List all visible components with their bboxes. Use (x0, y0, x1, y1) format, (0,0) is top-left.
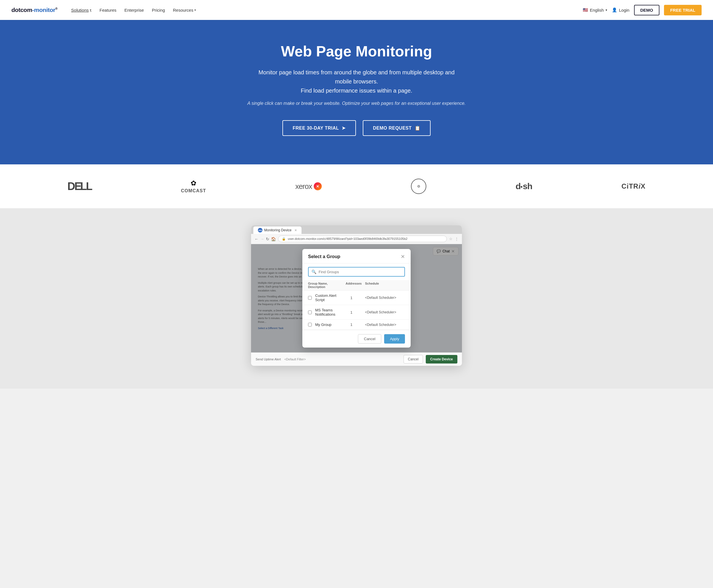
search-box[interactable]: 🔍 (308, 267, 405, 277)
group-search-input[interactable] (319, 270, 401, 274)
browser-frame: dm Monitoring Device ✕ ← → ↻ 🏠 🔒 user.do… (251, 225, 462, 366)
send-uptime-label: Send Uptime Alert (256, 358, 281, 361)
browser-nav-icons: ← → ↻ 🏠 (254, 237, 276, 241)
hero-section: Web Page Monitoring Monitor page load ti… (0, 20, 713, 164)
modal-search-area: 🔍 (302, 264, 411, 280)
browser-content: CREATE A NEW MONITORING DEVICE Untitled … (251, 244, 462, 352)
modal-footer: Cancel Apply (302, 330, 411, 348)
nav-solutions[interactable]: Solutions ▾ (71, 8, 92, 13)
group-row: Custom Alert Script 1 <Default Scheduler… (302, 291, 411, 305)
group-name-1: MS Teams Notifications (315, 308, 338, 316)
calendar-icon: 📋 (415, 125, 421, 131)
refresh-icon[interactable]: ↻ (266, 237, 269, 241)
group-checkbox-0[interactable] (308, 296, 312, 300)
modal-header: Select a Group ✕ (302, 249, 411, 264)
group-sched-0: <Default Scheduler> (365, 296, 405, 300)
browser-action-icons: ☆ ⋮ (449, 237, 459, 241)
col-group-name: Group Name, Description (308, 282, 342, 289)
logo[interactable]: dotcom-monitor® (12, 6, 58, 14)
logos-section: DELL ✿ COMCAST xerox ✕ ⊙ dsh CiTRiX (0, 164, 713, 208)
group-name-2: My Group (315, 322, 338, 327)
bottom-left-row: Send Uptime Alert <Default Filter> (256, 358, 306, 361)
group-sched-2: <Default Scheduler> (365, 323, 405, 327)
nav-links: Solutions ▾ Features Enterprise Pricing … (71, 8, 583, 13)
dell-logo: DELL (67, 180, 92, 193)
group-addr-2: 1 (340, 322, 363, 327)
logo-text: dotcom-monitor® (12, 6, 58, 13)
comcast-peacock-icon: ✿ (191, 179, 196, 187)
solutions-chevron-icon: ▾ (90, 8, 91, 12)
video-section: dm Monitoring Device ✕ ← → ↻ 🏠 🔒 user.do… (0, 208, 713, 388)
active-browser-tab[interactable]: dm Monitoring Device ✕ (253, 227, 301, 234)
home-icon[interactable]: 🏠 (271, 237, 276, 241)
nav-right: 🇺🇸 English ▾ 👤 Login DEMO FREE TRIAL (583, 5, 701, 15)
group-addr-0: 1 (340, 296, 363, 300)
back-icon[interactable]: ← (254, 237, 258, 241)
hero-title: Web Page Monitoring (12, 43, 701, 60)
group-sched-1: <Default Scheduler> (365, 310, 405, 314)
tab-monitoring-label: Monitoring Device (264, 228, 292, 232)
volvo-logo: ⊙ (411, 178, 426, 194)
user-icon: 👤 (612, 7, 617, 13)
hero-trial-button[interactable]: FREE 30-DAY TRIAL ➤ (282, 120, 356, 136)
hero-tagline: A single click can make or break your we… (12, 101, 701, 106)
create-device-button[interactable]: Create Device (426, 355, 457, 363)
nav-resources[interactable]: Resources ▾ (173, 8, 196, 13)
group-row: MS Teams Notifications 1 <Default Schedu… (302, 305, 411, 320)
tab-close-icon[interactable]: ✕ (294, 229, 297, 232)
hero-description: Monitor page load times from around the … (254, 68, 459, 95)
nav-enterprise[interactable]: Enterprise (125, 8, 144, 13)
settings-icon[interactable]: ⋮ (455, 237, 459, 241)
arrow-right-icon: ➤ (342, 125, 346, 131)
group-name-0: Custom Alert Script (315, 293, 338, 302)
col-schedule: Schedule (365, 282, 405, 289)
url-text: user.dotcom-monitor.com/c/48579/Wizard?p… (288, 237, 407, 240)
login-button[interactable]: 👤 Login (612, 7, 629, 13)
group-checkbox-1[interactable] (308, 311, 312, 314)
nav-pricing[interactable]: Pricing (152, 8, 165, 13)
comcast-logo: ✿ COMCAST (181, 179, 206, 193)
citrix-logo: CiTRiX (622, 182, 646, 190)
hero-demo-button[interactable]: DEMO REQUEST 📋 (363, 120, 431, 136)
volvo-text: ⊙ (417, 184, 420, 188)
dish-logo: dsh (516, 182, 532, 191)
modal-title: Select a Group (308, 254, 340, 259)
xerox-logo: xerox ✕ (295, 182, 322, 191)
modal-table-header: Group Name, Description Addresses Schedu… (302, 280, 411, 291)
modal-group-list: Custom Alert Script 1 <Default Scheduler… (302, 291, 411, 330)
send-uptime-value: <Default Filter> (285, 358, 306, 361)
language-label: English (590, 8, 604, 13)
forward-icon[interactable]: → (260, 237, 264, 241)
search-icon: 🔍 (312, 270, 316, 274)
bookmark-icon[interactable]: ☆ (449, 237, 453, 241)
xerox-sphere-icon: ✕ (314, 182, 322, 190)
url-bar[interactable]: 🔒 user.dotcom-monitor.com/c/48579/Wizard… (278, 236, 447, 242)
bottom-cancel-button[interactable]: Cancel (403, 355, 423, 363)
modal-close-button[interactable]: ✕ (401, 254, 405, 260)
modal-overlay: Select a Group ✕ 🔍 Group Name, Descripti… (251, 244, 462, 352)
browser-address-bar: ← → ↻ 🏠 🔒 user.dotcom-monitor.com/c/4857… (251, 234, 462, 244)
group-addr-1: 1 (340, 310, 363, 315)
demo-button[interactable]: DEMO (634, 5, 659, 15)
modal-apply-button[interactable]: Apply (384, 334, 405, 343)
hero-buttons: FREE 30-DAY TRIAL ➤ DEMO REQUEST 📋 (12, 120, 701, 136)
flag-icon: 🇺🇸 (583, 7, 588, 13)
language-selector[interactable]: 🇺🇸 English ▾ (583, 7, 607, 13)
dm-favicon: dm (258, 228, 263, 232)
browser-tab-bar: dm Monitoring Device ✕ (251, 225, 462, 234)
free-trial-button[interactable]: FREE TRIAL (664, 5, 701, 15)
col-addresses: Addresses (342, 282, 365, 289)
select-group-modal: Select a Group ✕ 🔍 Group Name, Descripti… (302, 249, 411, 348)
group-checkbox-2[interactable] (308, 323, 312, 327)
browser-bottom-bar: Send Uptime Alert <Default Filter> Cance… (251, 352, 462, 366)
lang-chevron-icon: ▾ (606, 8, 607, 12)
modal-cancel-button[interactable]: Cancel (358, 334, 381, 343)
lock-icon: 🔒 (282, 237, 286, 240)
nav-features[interactable]: Features (100, 8, 116, 13)
bottom-right-row: Cancel Create Device (403, 355, 457, 363)
group-row: My Group 1 <Default Scheduler> (302, 320, 411, 330)
resources-chevron-icon: ▾ (194, 8, 196, 12)
navigation: dotcom-monitor® Solutions ▾ Features Ent… (0, 0, 713, 20)
